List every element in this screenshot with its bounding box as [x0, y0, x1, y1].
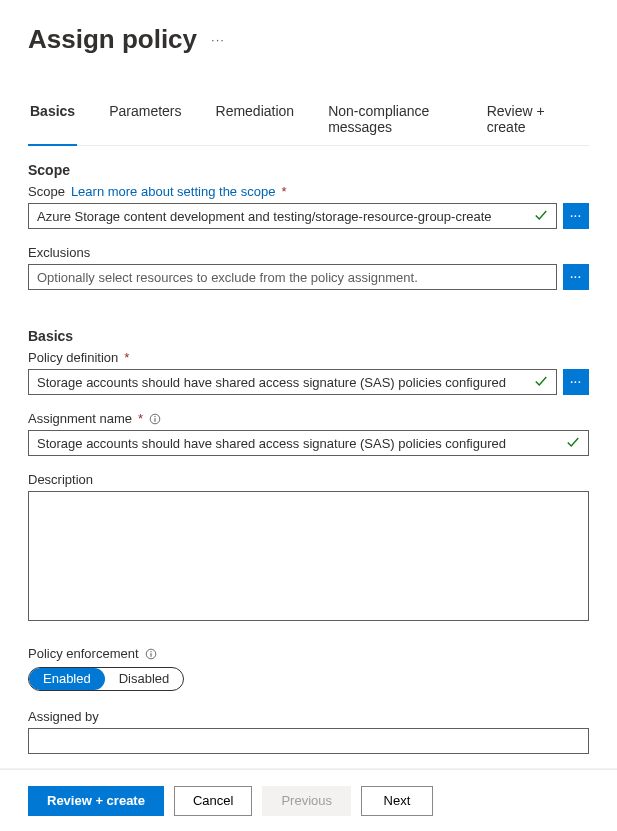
basics-section-title: Basics: [28, 328, 589, 344]
svg-rect-1: [155, 418, 156, 422]
tab-review-create[interactable]: Review + create: [485, 93, 563, 145]
policy-definition-input[interactable]: Storage accounts should have shared acce…: [28, 369, 557, 395]
policy-enforcement-toggle[interactable]: Enabled Disabled: [28, 667, 184, 691]
checkmark-icon: [534, 374, 548, 391]
scope-label: Scope: [28, 184, 65, 199]
required-asterisk: *: [124, 350, 129, 365]
checkmark-icon: [534, 208, 548, 225]
more-actions-icon[interactable]: ···: [211, 32, 225, 47]
svg-rect-5: [150, 651, 151, 652]
svg-rect-2: [155, 416, 156, 417]
ellipsis-icon: ···: [570, 272, 581, 283]
scope-value: Azure Storage content development and te…: [37, 209, 548, 224]
exclusions-placeholder: Optionally select resources to exclude f…: [37, 270, 548, 285]
required-asterisk: *: [281, 184, 286, 199]
scope-learn-more-link[interactable]: Learn more about setting the scope: [71, 184, 276, 199]
assignment-name-label: Assignment name: [28, 411, 132, 426]
policy-enforcement-label: Policy enforcement: [28, 646, 139, 661]
policy-definition-label: Policy definition: [28, 350, 118, 365]
tab-remediation[interactable]: Remediation: [214, 93, 297, 145]
page-title: Assign policy: [28, 24, 197, 55]
info-icon[interactable]: [149, 413, 161, 425]
policy-definition-value: Storage accounts should have shared acce…: [37, 375, 548, 390]
info-icon[interactable]: [145, 648, 157, 660]
svg-rect-4: [150, 653, 151, 657]
policy-definition-picker-button[interactable]: ···: [563, 369, 589, 395]
exclusions-picker-button[interactable]: ···: [563, 264, 589, 290]
description-textarea[interactable]: [28, 491, 589, 621]
tab-parameters[interactable]: Parameters: [107, 93, 183, 145]
scope-section-title: Scope: [28, 162, 589, 178]
previous-button: Previous: [262, 786, 351, 816]
review-create-button[interactable]: Review + create: [28, 786, 164, 816]
assignment-name-input[interactable]: Storage accounts should have shared acce…: [28, 430, 589, 456]
exclusions-input[interactable]: Optionally select resources to exclude f…: [28, 264, 557, 290]
footer-bar: Review + create Cancel Previous Next: [0, 769, 617, 831]
tab-non-compliance-messages[interactable]: Non-compliance messages: [326, 93, 455, 145]
tab-basics[interactable]: Basics: [28, 93, 77, 145]
assigned-by-label: Assigned by: [28, 709, 99, 724]
toggle-disabled[interactable]: Disabled: [105, 668, 184, 690]
ellipsis-icon: ···: [570, 377, 581, 388]
cancel-button[interactable]: Cancel: [174, 786, 252, 816]
required-asterisk: *: [138, 411, 143, 426]
assignment-name-value: Storage accounts should have shared acce…: [37, 436, 580, 451]
scope-picker-button[interactable]: ···: [563, 203, 589, 229]
ellipsis-icon: ···: [570, 211, 581, 222]
tab-bar: Basics Parameters Remediation Non-compli…: [28, 93, 589, 146]
assigned-by-input[interactable]: [28, 728, 589, 754]
checkmark-icon: [566, 435, 580, 452]
exclusions-label: Exclusions: [28, 245, 90, 260]
description-label: Description: [28, 472, 93, 487]
toggle-enabled[interactable]: Enabled: [29, 668, 105, 690]
next-button[interactable]: Next: [361, 786, 433, 816]
scope-input[interactable]: Azure Storage content development and te…: [28, 203, 557, 229]
